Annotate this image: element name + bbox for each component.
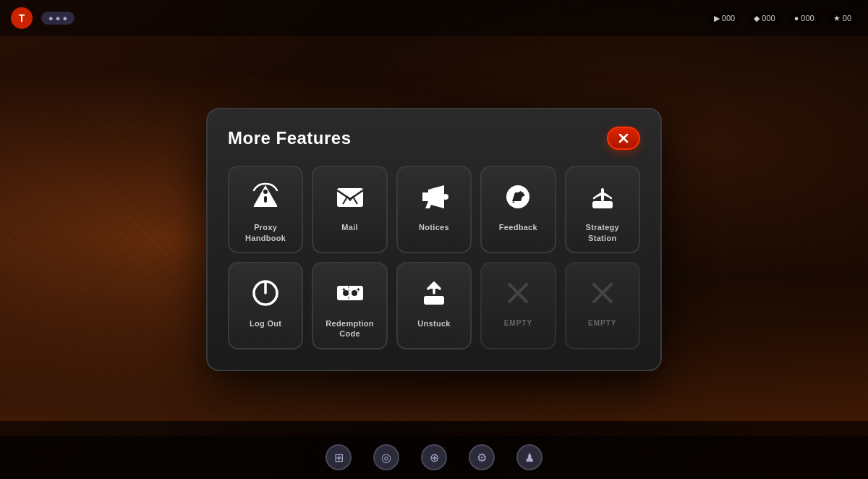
log-out-icon bbox=[247, 275, 284, 311]
close-icon bbox=[618, 132, 629, 144]
svg-point-5 bbox=[443, 194, 448, 200]
feature-empty-1: EMPTY bbox=[480, 262, 556, 349]
proxy-handbook-label: Proxy Handbook bbox=[235, 222, 296, 243]
feature-proxy-handbook[interactable]: Proxy Handbook bbox=[228, 166, 303, 253]
unstuck-icon bbox=[416, 275, 452, 311]
mail-label: Mail bbox=[341, 222, 358, 232]
feature-mail[interactable]: Mail bbox=[312, 166, 387, 253]
feature-log-out[interactable]: Log Out bbox=[228, 262, 303, 349]
svg-rect-4 bbox=[337, 188, 363, 207]
features-row-2: Log Out ✦ ✦ bbox=[228, 262, 640, 349]
feedback-icon bbox=[500, 179, 536, 215]
feature-unstuck[interactable]: Unstuck bbox=[396, 262, 472, 349]
feature-strategy-station[interactable]: Strategy Station bbox=[565, 166, 640, 253]
feature-feedback[interactable]: Feedback bbox=[480, 166, 556, 253]
empty-1-label: EMPTY bbox=[504, 318, 532, 328]
log-out-label: Log Out bbox=[250, 318, 281, 328]
strategy-station-icon bbox=[584, 179, 621, 215]
svg-rect-17 bbox=[424, 296, 444, 305]
svg-rect-3 bbox=[264, 196, 267, 203]
empty-2-label: EMPTY bbox=[588, 318, 616, 328]
redemption-code-label: Redemption Code bbox=[319, 318, 380, 339]
redemption-code-icon: ✦ ✦ bbox=[332, 275, 368, 311]
empty-1-icon bbox=[500, 275, 536, 311]
strategy-station-label: Strategy Station bbox=[572, 222, 633, 243]
feature-notices[interactable]: Notices bbox=[396, 166, 472, 253]
more-features-modal: More Features bbox=[206, 108, 662, 370]
svg-point-2 bbox=[263, 190, 268, 194]
svg-rect-7 bbox=[592, 201, 613, 208]
mail-icon bbox=[332, 179, 368, 215]
modal-title: More Features bbox=[228, 128, 352, 148]
proxy-handbook-icon bbox=[247, 179, 284, 215]
feature-empty-2: EMPTY bbox=[565, 262, 640, 349]
svg-text:✦: ✦ bbox=[356, 287, 361, 293]
empty-2-icon bbox=[584, 275, 621, 311]
features-row-1: Proxy Handbook Mail bbox=[228, 166, 640, 253]
close-button[interactable] bbox=[607, 127, 640, 150]
feedback-label: Feedback bbox=[499, 222, 537, 232]
notices-icon bbox=[416, 179, 452, 215]
notices-label: Notices bbox=[419, 222, 449, 232]
modal-header: More Features bbox=[228, 127, 640, 150]
unstuck-label: Unstuck bbox=[417, 318, 451, 328]
svg-text:✦: ✦ bbox=[341, 287, 346, 293]
feature-redemption-code[interactable]: ✦ ✦ Redemption Code bbox=[312, 262, 387, 349]
modal-overlay: More Features bbox=[0, 0, 868, 479]
